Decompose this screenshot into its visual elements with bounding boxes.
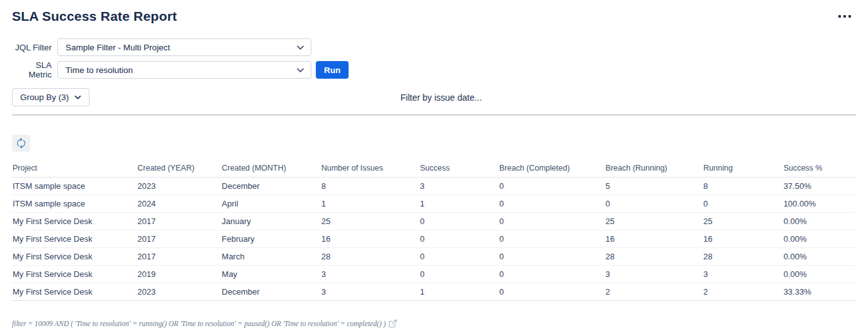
sla-report-page: SLA Success Rate Report JQL Filter Sampl… [0, 0, 868, 333]
table-cell: 1 [321, 195, 420, 213]
column-header: Running [703, 162, 783, 178]
jql-filter-row: JQL Filter Sample Filter - Multi Project [12, 38, 856, 56]
table-cell: 2017 [137, 248, 221, 266]
table-cell: 0.00% [783, 230, 855, 248]
table-row: My First Service Desk2017February1600161… [12, 230, 855, 248]
table-body: ITSM sample space2023December8305837.50%… [12, 178, 855, 301]
table-row: My First Service Desk2017March280028280.… [12, 248, 855, 266]
issue-date-filter-input[interactable] [400, 93, 564, 103]
table-cell: 2019 [137, 266, 221, 283]
table-cell: 1 [419, 283, 499, 301]
sla-metric-row: SLA Metric Time to resolution Run [12, 61, 856, 79]
table-cell: 2023 [137, 283, 221, 301]
sla-metric-selected-value: Time to resolution [66, 65, 133, 75]
table-cell: 8 [703, 178, 783, 195]
table-cell: 0.00% [783, 213, 855, 230]
section-divider [12, 114, 856, 116]
table-cell: 3 [419, 178, 499, 195]
table-cell: ITSM sample space [12, 195, 137, 213]
column-header: Number of Issues [321, 162, 420, 178]
table-cell: 5 [605, 178, 703, 195]
table-cell: 0 [499, 266, 605, 283]
table-cell: 100.00% [783, 195, 855, 213]
table-row: My First Service Desk2019May300330.00% [12, 266, 855, 283]
refresh-button[interactable] [12, 135, 30, 152]
group-by-row: Group By (3) [12, 88, 856, 106]
table-cell: 28 [703, 248, 783, 266]
column-header: Project [12, 162, 137, 178]
table-cell: 16 [703, 230, 783, 248]
chevron-down-icon [74, 94, 81, 101]
table-row: ITSM sample space2024April11000100.00% [12, 195, 855, 213]
footer: filter = 10009 AND ( 'Time to resolution… [12, 320, 856, 327]
table-cell: 0 [499, 195, 605, 213]
table-cell: 37.50% [783, 178, 855, 195]
column-header: Success % [783, 162, 855, 178]
table-cell: 0 [499, 178, 605, 195]
table-cell: February [221, 230, 321, 248]
table-cell: My First Service Desk [12, 283, 137, 301]
table-cell: 0 [419, 230, 499, 248]
run-button[interactable]: Run [316, 61, 349, 79]
table-cell: My First Service Desk [12, 266, 137, 283]
table-row: My First Service Desk2017January25002525… [12, 213, 855, 230]
table-cell: ITSM sample space [12, 178, 137, 195]
table-cell: 25 [605, 213, 703, 230]
table-cell: My First Service Desk [12, 248, 137, 266]
table-cell: May [221, 266, 321, 283]
table-cell: December [221, 178, 321, 195]
page-header: SLA Success Rate Report [12, 8, 856, 24]
chevron-down-icon [296, 43, 304, 52]
external-link-icon[interactable] [389, 320, 396, 327]
table-cell: 2 [703, 283, 783, 301]
table-cell: January [221, 213, 321, 230]
table-row: ITSM sample space2023December8305837.50% [12, 178, 855, 195]
column-header: Created (YEAR) [137, 162, 221, 178]
table-cell: 0.00% [783, 248, 855, 266]
group-by-button[interactable]: Group By (3) [12, 88, 90, 106]
table-cell: April [221, 195, 321, 213]
table-cell: 25 [703, 213, 783, 230]
table-cell: 2023 [137, 178, 221, 195]
table-cell: 16 [605, 230, 703, 248]
table-cell: 0 [499, 213, 605, 230]
jql-filter-selected-value: Sample Filter - Multi Project [66, 43, 170, 52]
table-cell: 3 [321, 266, 420, 283]
table-cell: 0 [499, 283, 605, 301]
jql-filter-label: JQL Filter [12, 43, 52, 52]
jql-filter-expression: filter = 10009 AND ( 'Time to resolution… [12, 320, 386, 327]
table-cell: 0 [703, 195, 783, 213]
table-cell: 2017 [137, 230, 221, 248]
table-cell: 25 [321, 213, 420, 230]
jql-filter-select[interactable]: Sample Filter - Multi Project [57, 38, 311, 56]
table-cell: 3 [703, 266, 783, 283]
table-cell: 16 [321, 230, 420, 248]
column-header: Breach (Running) [605, 162, 703, 178]
table-cell: 2017 [137, 213, 221, 230]
table-cell: 1 [419, 195, 499, 213]
chevron-down-icon [296, 66, 304, 74]
table-cell: March [221, 248, 321, 266]
table-cell: 33.33% [783, 283, 855, 301]
table-row: My First Service Desk2023December3102233… [12, 283, 855, 301]
sla-metric-select[interactable]: Time to resolution [57, 61, 311, 79]
table-cell: My First Service Desk [12, 213, 137, 230]
table-cell: My First Service Desk [12, 230, 137, 248]
sla-metric-label: SLA Metric [12, 60, 52, 79]
table-cell: 0 [499, 230, 605, 248]
table-cell: 0 [419, 248, 499, 266]
table-cell: 2 [605, 283, 703, 301]
table-cell: December [221, 283, 321, 301]
column-header: Created (MONTH) [221, 162, 321, 178]
table-cell: 0.00% [783, 266, 855, 283]
column-header: Success [419, 162, 499, 178]
table-cell: 28 [605, 248, 703, 266]
column-header: Breach (Completed) [499, 162, 605, 178]
table-cell: 2024 [137, 195, 221, 213]
table-cell: 8 [321, 178, 420, 195]
table-cell: 0 [419, 266, 499, 283]
group-by-label: Group By (3) [20, 93, 69, 102]
table-cell: 0 [605, 195, 703, 213]
more-actions-ellipsis-icon[interactable] [833, 9, 856, 24]
refresh-icon [16, 138, 26, 149]
